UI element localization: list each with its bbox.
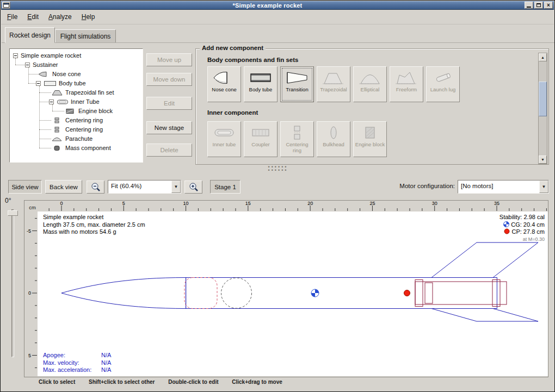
add-transition-button[interactable]: Transition bbox=[280, 66, 314, 102]
menu-analyze[interactable]: Analyze bbox=[44, 11, 77, 23]
zoom-out-button[interactable] bbox=[87, 181, 104, 194]
cg-line: CG: 20.4 cm bbox=[403, 221, 545, 229]
tree-item-trapezoidal-fin-set[interactable]: Trapezoidal fin set bbox=[11, 88, 141, 97]
centering-ring-icon bbox=[285, 125, 309, 141]
tree-item-label: Centering ring bbox=[65, 125, 103, 134]
tree-item-body-tube[interactable]: Body tube bbox=[11, 79, 141, 88]
mass-component-shape[interactable] bbox=[221, 278, 252, 308]
scroll-down-button[interactable]: ▼ bbox=[539, 155, 547, 164]
button-label: Coupler bbox=[250, 142, 270, 148]
zoom-level-value: Fit (60.4%) bbox=[108, 181, 171, 193]
mass-component-icon bbox=[51, 145, 63, 151]
tree-item-inner-tube[interactable]: Inner Tube bbox=[11, 97, 141, 107]
button-label: Nose cone bbox=[211, 87, 237, 93]
motor-configuration-label: Motor configuration: bbox=[360, 183, 455, 189]
stability-block: Stability: 2.98 cal CG: 20.4 cm CP: 27.8… bbox=[403, 214, 545, 243]
tree-item-centering-ring-2[interactable]: Centering ring bbox=[11, 125, 141, 134]
rocket-name-text: Simple example rocket bbox=[43, 214, 145, 221]
zoom-in-icon bbox=[188, 182, 199, 192]
motor-configuration-value: [No motors] bbox=[458, 181, 539, 193]
tree-item-rocket[interactable]: Simple example rocket bbox=[11, 51, 141, 60]
chevron-down-icon[interactable]: ▼ bbox=[539, 181, 548, 193]
zoom-in-button[interactable] bbox=[184, 181, 202, 194]
side-view-button[interactable]: Side view bbox=[8, 180, 42, 194]
tree-item-label: Parachute bbox=[65, 134, 92, 144]
nose-cone-icon bbox=[212, 70, 236, 86]
tree-item-label: Inner Tube bbox=[71, 97, 100, 107]
maximize-icon bbox=[536, 3, 541, 7]
menu-file[interactable]: File bbox=[2, 11, 22, 23]
new-stage-button[interactable]: New stage bbox=[146, 121, 192, 134]
upper-fin-shape[interactable] bbox=[431, 242, 538, 278]
centering-ring-shape[interactable] bbox=[492, 280, 500, 307]
parachute-shape[interactable] bbox=[184, 278, 217, 309]
flight-row-velocity: Max. velocity:N/A bbox=[43, 359, 111, 367]
horizontal-ruler: 05101520253035 bbox=[38, 201, 548, 211]
tree-item-parachute[interactable]: Parachute bbox=[11, 134, 141, 144]
hint-shift-click: Shift+click to select other bbox=[89, 379, 155, 385]
body-tube-shape[interactable] bbox=[186, 278, 497, 309]
svg-text:20: 20 bbox=[307, 201, 313, 206]
inner-tube-icon bbox=[212, 125, 236, 141]
tree-item-engine-block[interactable]: Engine block bbox=[11, 107, 141, 116]
edit-button: Edit bbox=[146, 97, 192, 110]
maximize-button[interactable] bbox=[534, 2, 543, 9]
tree-item-mass-component[interactable]: Mass component bbox=[11, 144, 141, 153]
tree-item-label: Body tube bbox=[59, 79, 86, 88]
minimize-button[interactable] bbox=[525, 2, 533, 9]
rotation-slider-track[interactable] bbox=[11, 209, 14, 357]
close-icon: × bbox=[547, 3, 550, 8]
cp-marker bbox=[404, 290, 410, 296]
motor-configuration-combo[interactable]: [No motors] ▼ bbox=[458, 180, 549, 194]
centering-ring-shape[interactable] bbox=[415, 280, 423, 307]
inner-tube-shape[interactable] bbox=[415, 282, 507, 304]
rotation-slider-handle[interactable] bbox=[8, 210, 18, 216]
parachute-icon bbox=[51, 136, 63, 142]
coupler-icon bbox=[249, 125, 273, 141]
menu-help[interactable]: Help bbox=[77, 11, 100, 23]
engine-block-shape[interactable] bbox=[425, 283, 433, 303]
chevron-down-icon[interactable]: ▼ bbox=[171, 181, 181, 193]
button-label: Elliptical bbox=[360, 87, 381, 93]
scroll-up-button[interactable]: ▲ bbox=[539, 53, 547, 61]
centering-ring-icon bbox=[51, 117, 63, 123]
splitter-handle[interactable]: •••••••••••• bbox=[251, 165, 305, 173]
expand-toggle[interactable] bbox=[49, 99, 54, 104]
flight-value: N/A bbox=[101, 366, 111, 373]
menu-edit[interactable]: Edit bbox=[22, 11, 44, 23]
move-down-button: Move down bbox=[146, 73, 192, 86]
add-nose-cone-button[interactable]: Nose cone bbox=[207, 66, 241, 102]
bulkhead-icon bbox=[322, 125, 346, 141]
add-centering-ring-button: Centering ring bbox=[280, 121, 314, 157]
nose-cone-shape[interactable] bbox=[61, 278, 186, 309]
component-scrollbar-track[interactable]: ▲ ▼ bbox=[538, 53, 547, 164]
title-bar: *Simple example rocket × bbox=[1, 1, 554, 10]
svg-text:5: 5 bbox=[28, 353, 31, 358]
tab-flight-simulations[interactable]: Flight simulations bbox=[55, 29, 116, 43]
button-label: Engine block bbox=[354, 142, 386, 148]
tree-item-sustainer[interactable]: Sustainer bbox=[11, 60, 141, 70]
cp-icon bbox=[504, 228, 510, 234]
cg-text: CG: 20.4 cm bbox=[511, 221, 545, 228]
window-menu-button[interactable] bbox=[2, 2, 10, 9]
tab-rocket-design[interactable]: Rocket design bbox=[5, 27, 55, 43]
expand-toggle[interactable] bbox=[13, 53, 18, 58]
svg-text:15: 15 bbox=[245, 201, 251, 206]
add-body-tube-button[interactable]: Body tube bbox=[244, 66, 278, 102]
expand-toggle[interactable] bbox=[25, 63, 30, 67]
component-tree[interactable]: Simple example rocket Sustainer Nose con… bbox=[9, 48, 143, 163]
tab-flight-simulations-label: Flight simulations bbox=[60, 33, 111, 40]
expand-toggle[interactable] bbox=[36, 81, 41, 86]
side-view-label: Side view bbox=[11, 184, 38, 190]
zoom-level-combo[interactable]: Fit (60.4%) ▼ bbox=[108, 180, 181, 194]
lower-fin-shape[interactable] bbox=[431, 309, 538, 322]
stage-1-toggle[interactable]: Stage 1 bbox=[210, 180, 240, 194]
tree-item-nose-cone[interactable]: Nose cone bbox=[11, 70, 141, 79]
tree-item-centering-ring-1[interactable]: Centering ring bbox=[11, 116, 141, 125]
svg-text:-5: -5 bbox=[27, 228, 31, 234]
back-view-button[interactable]: Back view bbox=[45, 180, 82, 194]
close-button[interactable]: × bbox=[544, 2, 553, 9]
engine-block-icon bbox=[64, 108, 76, 114]
launch-lug-icon bbox=[431, 70, 455, 86]
scrollbar-thumb[interactable] bbox=[539, 82, 547, 116]
